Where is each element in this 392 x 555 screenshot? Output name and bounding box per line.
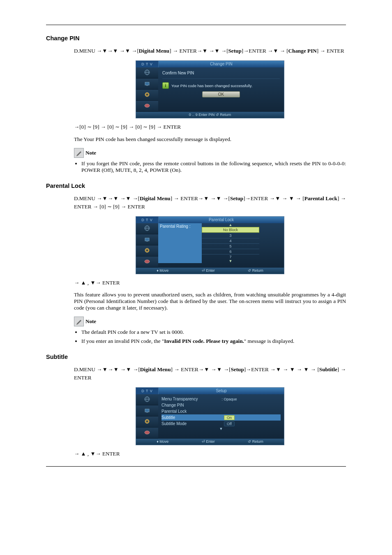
rating-option[interactable]: 7 bbox=[202, 254, 259, 259]
parental-rating-label: Parental Rating : bbox=[158, 223, 202, 263]
rating-option[interactable]: 3 bbox=[202, 233, 259, 238]
heading-subtitle: Subtitle bbox=[46, 354, 346, 360]
note-label-2: Note bbox=[85, 318, 96, 325]
info-icon: i bbox=[162, 82, 169, 89]
sequence-parental-lock: → ▲ , ▼→ ENTER bbox=[74, 280, 346, 286]
note-icon bbox=[74, 317, 84, 326]
setup-row-label: Subtitle Mode bbox=[161, 421, 215, 426]
chevron-up-icon: ▲ bbox=[202, 223, 259, 227]
dialog-setup: D T V Setup Menu Transparency : Opaque bbox=[136, 387, 284, 445]
svg-rect-11 bbox=[145, 238, 149, 241]
path-change-pin: D.MENU →▼→▼ →▼ →[Digital Menu] → ENTER→▼… bbox=[74, 47, 346, 55]
path-subtitle: D.MENU →▼→▼ →▼ →[Digital Menu] → ENTER→▼… bbox=[74, 365, 346, 382]
ok-button[interactable]: OK bbox=[202, 91, 240, 97]
dialog-brand-2: D T V bbox=[136, 217, 158, 223]
confirm-pin-label: Confirm New PIN bbox=[162, 70, 280, 79]
note-label: Note bbox=[85, 150, 96, 156]
dialog-footer-2: ♦ Move ⏎ Enter ↺ Return bbox=[136, 268, 284, 274]
dialog-sidebar-3 bbox=[136, 394, 158, 439]
dialog-sidebar-2 bbox=[136, 223, 158, 268]
path-parental-lock: D.MENU →▼→▼ →▼ →[Digital Menu] → ENTER→▼… bbox=[74, 194, 346, 211]
note-bullet-pin-reset: If you forget the PIN code, press the re… bbox=[81, 160, 346, 173]
message-change-pin: The Your PIN code has been changed succe… bbox=[74, 136, 346, 143]
dialog-title-2: Parental Lock bbox=[158, 217, 284, 223]
language-icon bbox=[144, 258, 150, 266]
language-icon bbox=[144, 102, 150, 110]
dialog-footer: 0 ‥ 9 Enter PIN ↺ Return bbox=[136, 112, 284, 118]
para-parental-lock: This feature allows you to prevent unaut… bbox=[74, 291, 346, 311]
setup-row-change-pin[interactable]: Change PIN bbox=[161, 402, 281, 408]
setup-row-label: Parental Lock bbox=[161, 409, 215, 414]
heading-parental-lock: Parental Lock bbox=[46, 183, 346, 189]
note-icon bbox=[74, 148, 84, 158]
setup-list: Menu Transparency : Opaque Change PIN Pa… bbox=[158, 394, 284, 439]
svg-point-15 bbox=[145, 260, 150, 263]
footer-return: ↺ Return bbox=[248, 439, 263, 445]
footer-return: ↺ Return bbox=[248, 268, 263, 274]
rating-option[interactable]: 6 bbox=[202, 249, 259, 254]
note-bullet-invalid-pin: If you enter an invalid PIN code, the "I… bbox=[81, 338, 346, 345]
rating-option[interactable]: 5 bbox=[202, 243, 259, 249]
dialog-sidebar bbox=[136, 67, 158, 112]
dialog-footer-3: ♦ Move ⏎ Enter ↺ Return bbox=[136, 439, 284, 445]
dialog-parental-lock: D T V Parental Lock Parental Rating : ▲ … bbox=[136, 216, 284, 274]
globe-icon bbox=[144, 225, 150, 232]
setup-row-value: On bbox=[224, 415, 235, 420]
globe-icon bbox=[144, 69, 150, 76]
dialog-title-3: Setup bbox=[158, 388, 284, 394]
info-message: Your PIN code has been changed successfu… bbox=[171, 83, 253, 88]
rating-option[interactable]: No Block bbox=[202, 227, 259, 233]
dialog-brand: D T V bbox=[136, 61, 158, 67]
dialog-brand-3: D T V bbox=[136, 388, 158, 394]
dialog-title: Change PIN bbox=[158, 61, 284, 67]
gear-icon bbox=[144, 247, 150, 254]
rating-option[interactable]: 4 bbox=[202, 238, 259, 243]
setup-row-label: Menu Transparency bbox=[161, 397, 215, 401]
top-divider bbox=[46, 25, 346, 25]
footer-enter: ⏎ Enter bbox=[202, 439, 215, 445]
svg-point-22 bbox=[146, 421, 148, 422]
dialog-change-pin: D T V Change PIN Confirm New PIN i Your … bbox=[136, 60, 284, 118]
svg-rect-3 bbox=[145, 82, 149, 85]
gear-icon bbox=[144, 418, 150, 426]
chevron-down-icon: ▼ bbox=[202, 259, 259, 263]
bottom-divider bbox=[46, 466, 346, 467]
setup-row-value: Off bbox=[224, 421, 235, 426]
footer-move: ♦ Move bbox=[157, 268, 168, 274]
heading-change-pin: Change PIN bbox=[46, 35, 346, 42]
note-bullet-default-pin: The default PIN code for a new TV set is… bbox=[81, 329, 346, 335]
globe-icon bbox=[144, 396, 150, 403]
svg-rect-19 bbox=[145, 409, 149, 412]
setup-row-value: : Opaque bbox=[215, 397, 244, 401]
sequence-change-pin: →[0] ∼ [9] → [0] ∼ [9] → [0] ∼ [9] → ENT… bbox=[74, 124, 346, 130]
setup-row-parental-lock[interactable]: Parental Lock bbox=[161, 408, 281, 414]
chevron-down-icon: ▼ bbox=[161, 427, 281, 431]
footer-move: ♦ Move bbox=[157, 439, 168, 445]
svg-point-7 bbox=[145, 104, 150, 107]
sequence-subtitle: → ▲ , ▼→ ENTER bbox=[74, 451, 346, 457]
tv-icon bbox=[144, 236, 150, 243]
svg-point-23 bbox=[145, 431, 150, 434]
setup-row-subtitle-mode[interactable]: Subtitle Mode Off bbox=[161, 421, 281, 427]
language-icon bbox=[144, 429, 150, 437]
setup-row-subtitle[interactable]: Subtitle On bbox=[161, 414, 281, 421]
parental-rating-options[interactable]: ▲ No Block 3 4 5 6 7 ▼ bbox=[202, 223, 259, 263]
tv-icon bbox=[144, 407, 150, 414]
tv-icon bbox=[144, 80, 150, 88]
footer-enter: ⏎ Enter bbox=[202, 268, 215, 274]
svg-point-14 bbox=[146, 250, 148, 251]
setup-row-menu-transparency[interactable]: Menu Transparency : Opaque bbox=[161, 396, 281, 402]
svg-point-6 bbox=[146, 94, 148, 95]
setup-row-label: Subtitle bbox=[161, 415, 215, 420]
gear-icon bbox=[144, 91, 150, 99]
setup-row-label: Change PIN bbox=[161, 403, 215, 407]
